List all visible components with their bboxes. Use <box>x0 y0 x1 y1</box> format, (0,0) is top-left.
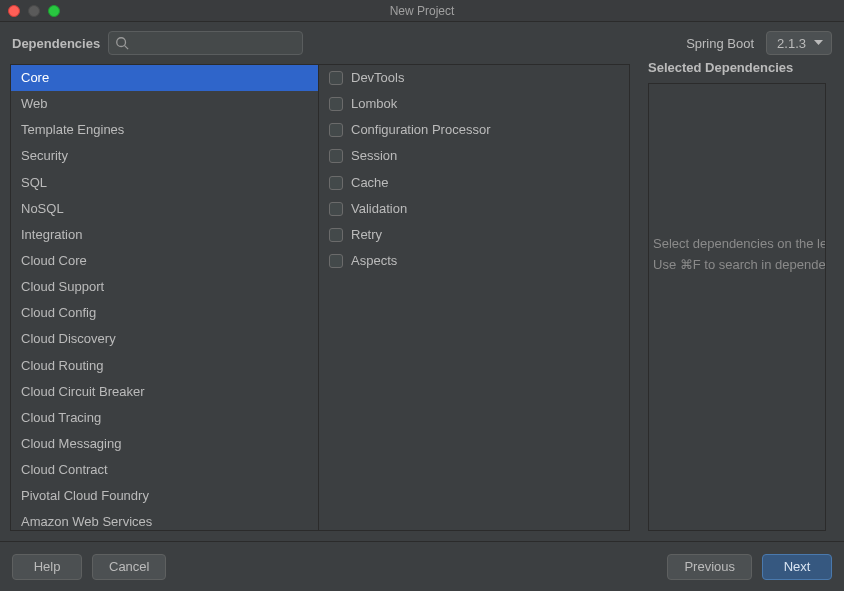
category-item[interactable]: Pivotal Cloud Foundry <box>11 483 318 509</box>
window-title: New Project <box>0 4 844 18</box>
dependency-item[interactable]: DevTools <box>319 65 629 91</box>
selected-dependencies-box[interactable]: Select dependencies on the left to add. … <box>648 83 826 531</box>
minimize-window-button[interactable] <box>28 5 40 17</box>
help-button[interactable]: Help <box>12 554 82 580</box>
chevron-down-icon <box>814 40 823 46</box>
dependency-label: Aspects <box>351 251 397 271</box>
search-icon <box>115 36 129 50</box>
dependency-item[interactable]: Session <box>319 143 629 169</box>
category-item[interactable]: Security <box>11 143 318 169</box>
dependency-checkbox[interactable] <box>329 202 343 216</box>
dependency-checkbox[interactable] <box>329 71 343 85</box>
category-item[interactable]: Cloud Messaging <box>11 431 318 457</box>
spring-boot-version-value: 2.1.3 <box>777 36 806 51</box>
dependency-label: Configuration Processor <box>351 120 490 140</box>
svg-point-0 <box>117 38 126 47</box>
category-item[interactable]: Core <box>11 65 318 91</box>
category-item[interactable]: Cloud Config <box>11 300 318 326</box>
category-item[interactable]: Cloud Contract <box>11 457 318 483</box>
category-item[interactable]: Web <box>11 91 318 117</box>
spring-boot-label: Spring Boot <box>686 36 754 51</box>
hint-line-2: Use ⌘F to search in dependencies. <box>653 255 826 276</box>
footer: Help Cancel Previous Next <box>0 541 844 591</box>
dependency-label: Validation <box>351 199 407 219</box>
selected-dependencies-title: Selected Dependencies <box>648 60 826 75</box>
dependency-label: Retry <box>351 225 382 245</box>
hint-line-1: Select dependencies on the left to add. <box>653 234 826 255</box>
dependency-label: Lombok <box>351 94 397 114</box>
category-item[interactable]: SQL <box>11 170 318 196</box>
category-item[interactable]: Cloud Circuit Breaker <box>11 379 318 405</box>
dependency-label: Session <box>351 146 397 166</box>
svg-line-1 <box>125 46 129 50</box>
selected-panel: Selected Dependencies Select dependencie… <box>630 64 834 531</box>
dependency-checkbox[interactable] <box>329 254 343 268</box>
search-input[interactable] <box>133 36 296 50</box>
dependency-item[interactable]: Aspects <box>319 248 629 274</box>
dependency-item[interactable]: Retry <box>319 222 629 248</box>
dependency-checkbox[interactable] <box>329 123 343 137</box>
header: Dependencies Spring Boot 2.1.3 <box>0 22 844 64</box>
category-item[interactable]: Cloud Discovery <box>11 326 318 352</box>
dependency-checkbox[interactable] <box>329 149 343 163</box>
dependency-checkbox[interactable] <box>329 228 343 242</box>
dependency-label: Cache <box>351 173 389 193</box>
category-item[interactable]: Amazon Web Services <box>11 509 318 531</box>
window-controls <box>8 5 60 17</box>
search-input-wrapper[interactable] <box>108 31 303 55</box>
category-item[interactable]: Template Engines <box>11 117 318 143</box>
dependency-checkbox[interactable] <box>329 97 343 111</box>
dependency-item[interactable]: Configuration Processor <box>319 117 629 143</box>
category-item[interactable]: NoSQL <box>11 196 318 222</box>
next-button[interactable]: Next <box>762 554 832 580</box>
previous-button[interactable]: Previous <box>667 554 752 580</box>
main-content: CoreWebTemplate EnginesSecuritySQLNoSQLI… <box>0 64 844 541</box>
category-item[interactable]: Cloud Tracing <box>11 405 318 431</box>
dependency-item[interactable]: Validation <box>319 196 629 222</box>
hint-text: Select dependencies on the left to add. … <box>649 234 826 276</box>
close-window-button[interactable] <box>8 5 20 17</box>
spring-boot-version-dropdown[interactable]: 2.1.3 <box>766 31 832 55</box>
category-list[interactable]: CoreWebTemplate EnginesSecuritySQLNoSQLI… <box>10 64 318 531</box>
zoom-window-button[interactable] <box>48 5 60 17</box>
category-item[interactable]: Integration <box>11 222 318 248</box>
dependency-label: DevTools <box>351 68 404 88</box>
dependency-item[interactable]: Lombok <box>319 91 629 117</box>
dependencies-label: Dependencies <box>12 36 100 51</box>
category-item[interactable]: Cloud Core <box>11 248 318 274</box>
category-item[interactable]: Cloud Support <box>11 274 318 300</box>
dependency-checkbox[interactable] <box>329 176 343 190</box>
dependency-list[interactable]: DevToolsLombokConfiguration ProcessorSes… <box>318 64 630 531</box>
cancel-button[interactable]: Cancel <box>92 554 166 580</box>
dependency-item[interactable]: Cache <box>319 170 629 196</box>
category-item[interactable]: Cloud Routing <box>11 353 318 379</box>
titlebar: New Project <box>0 0 844 22</box>
